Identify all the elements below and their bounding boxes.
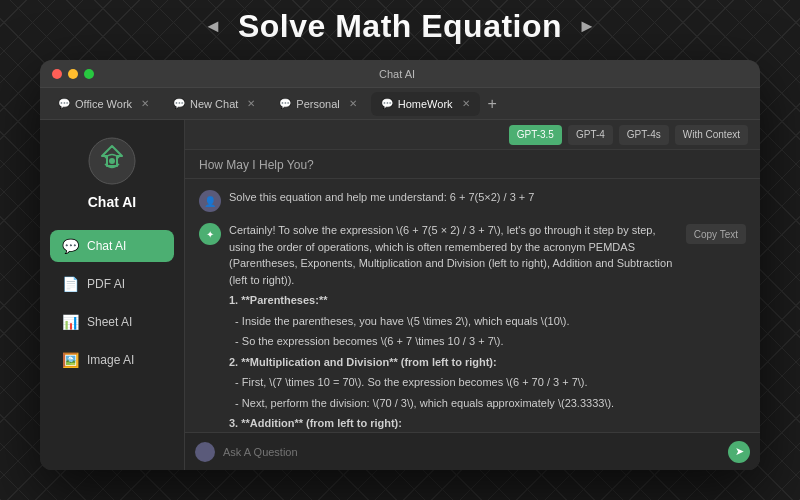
image-ai-icon: 🖼️	[62, 352, 79, 368]
maximize-button[interactable]	[84, 69, 94, 79]
ai-avatar: ✦	[199, 223, 221, 245]
top-title-bar: Solve Math Equation	[0, 0, 800, 52]
tab-close-new-chat[interactable]: ✕	[247, 98, 255, 109]
tab-label-office-work: Office Work	[75, 98, 132, 110]
tab-icon-new-chat: 💬	[173, 98, 185, 109]
user-message-content: Solve this equation and help me understa…	[229, 189, 746, 206]
tab-homework[interactable]: 💬 HomeWork ✕	[371, 92, 480, 116]
svg-point-1	[109, 158, 115, 164]
tab-icon-homework: 💬	[381, 98, 393, 109]
sidebar-item-sheet-ai[interactable]: 📊 Sheet AI	[50, 306, 174, 338]
ai-text-step2-1: - First, \(7 \times 10 = 70\). So the ex…	[229, 374, 678, 391]
copy-text-button[interactable]: Copy Text	[686, 224, 746, 244]
sidebar-item-label-image-ai: Image AI	[87, 353, 134, 367]
tab-personal[interactable]: 💬 Personal ✕	[269, 92, 366, 116]
sidebar-item-pdf-ai[interactable]: 📄 PDF AI	[50, 268, 174, 300]
send-icon: ➤	[735, 445, 744, 458]
sidebar-item-image-ai[interactable]: 🖼️ Image AI	[50, 344, 174, 376]
ai-text-step2-header: 2. **Multiplication and Division** (from…	[229, 354, 678, 371]
ai-text-step1-2: - So the expression becomes \(6 + 7 \tim…	[229, 333, 678, 350]
sheet-ai-icon: 📊	[62, 314, 79, 330]
sidebar-item-chat-ai[interactable]: 💬 Chat AI	[50, 230, 174, 262]
tab-close-personal[interactable]: ✕	[349, 98, 357, 109]
pdf-ai-icon: 📄	[62, 276, 79, 292]
tab-label-new-chat: New Chat	[190, 98, 238, 110]
tab-label-homework: HomeWork	[398, 98, 453, 110]
chat-input[interactable]	[223, 446, 720, 458]
tab-close-homework[interactable]: ✕	[462, 98, 470, 109]
window-title-bar: Chat AI	[40, 60, 760, 88]
ai-text-step1-header: 1. **Parentheses:**	[229, 292, 678, 309]
content-area: Chat AI 💬 Chat AI 📄 PDF AI 📊 Sheet AI 🖼️…	[40, 120, 760, 470]
add-tab-button[interactable]: +	[484, 95, 501, 113]
sidebar: Chat AI 💬 Chat AI 📄 PDF AI 📊 Sheet AI 🖼️…	[40, 120, 185, 470]
tabs-bar: 💬 Office Work ✕ 💬 New Chat ✕ 💬 Personal …	[40, 88, 760, 120]
page-title: Solve Math Equation	[238, 8, 562, 45]
chat-area: GPT-3.5 GPT-4 GPT-4s With Context How Ma…	[185, 120, 760, 470]
tab-icon-personal: 💬	[279, 98, 291, 109]
tab-close-office-work[interactable]: ✕	[141, 98, 149, 109]
ai-text-intro: Certainly! To solve the expression \(6 +…	[229, 222, 678, 288]
tab-icon-office-work: 💬	[58, 98, 70, 109]
ai-text-step2-2: - Next, perform the division: \(70 / 3\)…	[229, 395, 678, 412]
help-header-text: How May I Help You?	[199, 158, 314, 172]
ai-text-step3-header: 3. **Addition** (from left to right):	[229, 415, 678, 432]
toolbar-btn-gpt4s[interactable]: GPT-4s	[619, 125, 669, 145]
sidebar-items: 💬 Chat AI 📄 PDF AI 📊 Sheet AI 🖼️ Image A…	[50, 230, 174, 376]
send-button[interactable]: ➤	[728, 441, 750, 463]
chat-ai-icon: 💬	[62, 238, 79, 254]
chat-messages: 👤 Solve this equation and help me unders…	[185, 179, 760, 432]
user-avatar: 👤	[199, 190, 221, 212]
ai-message-content: Certainly! To solve the expression \(6 +…	[229, 222, 678, 432]
sidebar-item-label-sheet-ai: Sheet AI	[87, 315, 132, 329]
window-title: Chat AI	[106, 68, 688, 80]
sidebar-app-name: Chat AI	[88, 194, 136, 210]
ai-text-step1-1: - Inside the parentheses, you have \(5 \…	[229, 313, 678, 330]
user-message-1: 👤 Solve this equation and help me unders…	[199, 189, 746, 212]
close-button[interactable]	[52, 69, 62, 79]
sidebar-item-label-chat-ai: Chat AI	[87, 239, 126, 253]
tab-label-personal: Personal	[296, 98, 339, 110]
minimize-button[interactable]	[68, 69, 78, 79]
window-controls	[52, 69, 94, 79]
chat-toolbar: GPT-3.5 GPT-4 GPT-4s With Context	[185, 120, 760, 150]
chat-input-bar: ➤	[185, 432, 760, 470]
sidebar-item-label-pdf-ai: PDF AI	[87, 277, 125, 291]
input-user-avatar	[195, 442, 215, 462]
toolbar-btn-gpt4[interactable]: GPT-4	[568, 125, 613, 145]
main-window: Chat AI 💬 Office Work ✕ 💬 New Chat ✕ 💬 P…	[40, 60, 760, 470]
toolbar-btn-with-context[interactable]: With Context	[675, 125, 748, 145]
help-header: How May I Help You?	[185, 150, 760, 179]
user-message-text: Solve this equation and help me understa…	[229, 191, 534, 203]
ai-message-1: ✦ Certainly! To solve the expression \(6…	[199, 222, 746, 432]
tab-new-chat[interactable]: 💬 New Chat ✕	[163, 92, 265, 116]
app-logo	[87, 136, 137, 186]
tab-office-work[interactable]: 💬 Office Work ✕	[48, 92, 159, 116]
toolbar-btn-gpt35[interactable]: GPT-3.5	[509, 125, 562, 145]
